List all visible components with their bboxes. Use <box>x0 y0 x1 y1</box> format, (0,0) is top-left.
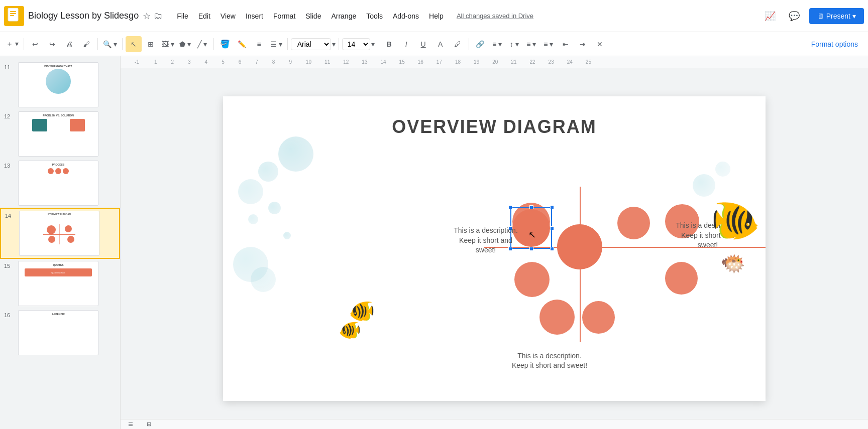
view-filmstrip-button[interactable]: ☰ <box>125 418 137 430</box>
slide-item-15[interactable]: 15 QUOTES Quote text here <box>0 259 120 308</box>
present-label: Present <box>826 12 850 20</box>
toolbar-divider-2 <box>97 38 98 50</box>
handle-bottom[interactable] <box>529 247 533 251</box>
font-selector[interactable]: Arial <box>291 38 331 50</box>
handle-br[interactable] <box>550 247 554 251</box>
text-color-button[interactable]: A <box>432 36 449 52</box>
view-grid-button[interactable]: ⊞ <box>143 418 155 430</box>
shape-tool[interactable]: ⬟ ▾ <box>177 36 193 52</box>
indent-more-button[interactable]: ⇥ <box>575 36 591 52</box>
list-unordered-button[interactable]: ≡ ▾ <box>540 36 557 52</box>
line-style-button[interactable]: ≡ <box>251 36 267 52</box>
paint-format-button[interactable]: 🖌 <box>78 36 94 52</box>
slide-num-16: 16 <box>4 310 14 318</box>
circle-bottom-right-c <box>582 301 615 334</box>
menu-help[interactable]: Help <box>424 10 449 22</box>
undo-button[interactable]: ↩ <box>27 36 43 52</box>
link-button[interactable]: 🔗 <box>472 36 488 52</box>
menu-file[interactable]: File <box>172 10 193 22</box>
italic-button[interactable]: I <box>398 36 414 52</box>
zoom-button[interactable]: 🔍 ▾ <box>101 36 119 52</box>
slide-item-12[interactable]: 12 PROBLEM VS. SOLUTION <box>0 109 120 159</box>
handle-right[interactable] <box>550 226 554 230</box>
star-icon[interactable]: ☆ <box>143 11 151 22</box>
bubble-1 <box>278 136 313 172</box>
autosave-status[interactable]: All changes saved in Drive <box>457 12 533 20</box>
top-right-actions: 📈 💬 🖥 Present ▾ <box>761 7 864 25</box>
text-tool[interactable]: ⊞ <box>143 36 159 52</box>
bubble-4 <box>268 202 281 214</box>
circle-top-right <box>617 207 650 239</box>
menu-slide[interactable]: Slide <box>300 10 326 22</box>
menu-edit[interactable]: Edit <box>193 10 215 22</box>
highlight-button[interactable]: 🖊 <box>450 36 466 52</box>
bubble-2 <box>258 162 278 182</box>
menu-addons[interactable]: Add-ons <box>388 10 424 22</box>
slide-item-16[interactable]: 16 APPENDIX <box>0 308 120 357</box>
add-button[interactable]: ＋ ▾ <box>4 36 21 52</box>
svg-rect-2 <box>10 11 16 12</box>
fish-right-large: 🐠 <box>710 197 761 244</box>
align-button[interactable]: ≡ ▾ <box>489 36 505 52</box>
handle-tr[interactable] <box>550 205 554 209</box>
fish-right-small: 🐡 <box>720 252 745 275</box>
handle-top[interactable] <box>529 205 533 209</box>
slide-thumb-15: QUOTES Quote text here <box>18 261 98 306</box>
folder-icon[interactable]: 🗂 <box>154 11 163 21</box>
slide-item-11[interactable]: 11 DID YOU KNOW THAT? <box>0 60 120 109</box>
bubble-tr1 <box>693 174 715 197</box>
main-area: 11 DID YOU KNOW THAT? 12 PROBLEM VS. SOL… <box>0 56 868 429</box>
menu-view[interactable]: View <box>215 10 241 22</box>
slide-panel: 11 DID YOU KNOW THAT? 12 PROBLEM VS. SOL… <box>0 56 121 429</box>
toolbar-divider-5 <box>287 38 288 50</box>
clear-format-button[interactable]: ✕ <box>592 36 608 52</box>
menu-arrange[interactable]: Arrange <box>326 10 361 22</box>
slide-num-12: 12 <box>4 111 14 119</box>
font-size-selector[interactable]: 14 <box>342 38 370 50</box>
app-icon <box>4 6 24 26</box>
slide-thumb-12: PROBLEM VS. SOLUTION <box>18 111 98 157</box>
menu-format[interactable]: Format <box>268 10 300 22</box>
underline-button[interactable]: U <box>415 36 431 52</box>
activity-icon[interactable]: 📈 <box>761 7 779 25</box>
clownfish-2: 🐠 <box>339 320 361 341</box>
bubble-tr2 <box>715 162 730 177</box>
select-tool[interactable]: ↖ <box>126 36 142 52</box>
toolbar-divider-4 <box>213 38 214 50</box>
menu-tools[interactable]: Tools <box>361 10 388 22</box>
line-weight-button[interactable]: ☰ ▾ <box>268 36 284 52</box>
format-options-button[interactable]: Format options <box>805 37 864 51</box>
menu-insert[interactable]: Insert <box>241 10 268 22</box>
svg-rect-0 <box>8 8 18 21</box>
bubble-3 <box>238 179 263 204</box>
indent-less-button[interactable]: ⇤ <box>558 36 574 52</box>
redo-button[interactable]: ↪ <box>44 36 60 52</box>
present-monitor-icon: 🖥 <box>817 12 824 20</box>
fill-color-button[interactable]: 🪣 <box>217 36 233 52</box>
toolbar-divider-3 <box>122 38 123 50</box>
pen-tool[interactable]: ✏️ <box>234 36 250 52</box>
comments-icon[interactable]: 💬 <box>785 7 803 25</box>
present-button[interactable]: 🖥 Present ▾ <box>809 8 864 24</box>
toolbar-divider-8 <box>469 38 469 50</box>
content-area: -1 1 2 3 4 5 6 7 8 9 10 11 12 13 14 15 1… <box>121 56 868 429</box>
cursor-icon: ↖ <box>528 229 536 240</box>
line-tool[interactable]: ╱ ▾ <box>194 36 210 52</box>
handle-tl[interactable] <box>508 205 512 209</box>
toolbar-divider-6 <box>339 38 339 50</box>
image-tool[interactable]: 🖼 ▾ <box>160 36 176 52</box>
desc-left: This is a description. Keep it short and… <box>453 226 518 255</box>
menu-bar: File Edit View Insert Format Slide Arran… <box>172 10 449 22</box>
slide-item-14[interactable]: 14 OVERVIEW DIAGRAM <box>0 208 120 259</box>
print-button[interactable]: 🖨 <box>61 36 77 52</box>
toolbar-divider-1 <box>24 38 24 50</box>
slide-item-13[interactable]: 13 PROCESS <box>0 159 120 208</box>
present-chevron-icon: ▾ <box>852 12 856 20</box>
circle-bottom-center <box>539 300 575 335</box>
circle-far-bottom-right <box>665 262 698 295</box>
line-spacing-button[interactable]: ↕ ▾ <box>506 36 522 52</box>
list-ordered-button[interactable]: ≡ ▾ <box>523 36 539 52</box>
bold-button[interactable]: B <box>381 36 397 52</box>
top-bar: Biology Lesson by Slidesgo ☆ 🗂 File Edit… <box>0 0 868 32</box>
slide-viewport[interactable]: OVERVIEW DIAGRAM <box>121 68 868 429</box>
